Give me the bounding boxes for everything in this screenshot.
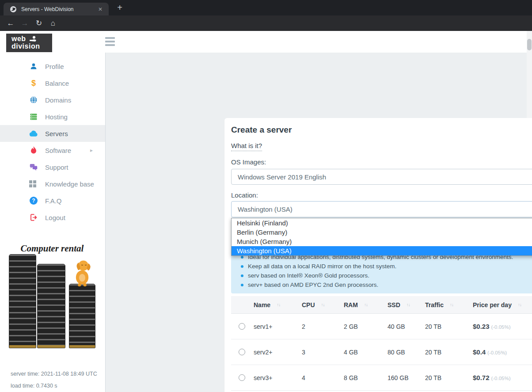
logout-icon [29,213,38,222]
cell-cpu: 4 [296,374,338,381]
location-option-berlin[interactable]: Berlin (Germany) [232,228,532,237]
sidebar-footer: server time: 2021-11-08 18:49 UTC load t… [11,368,97,392]
header-price-per-day[interactable]: Price per day↑↓ [467,301,532,308]
sidebar-item-servers[interactable]: Servers [0,125,105,142]
table-header-row: Name↑↓ CPU↑↓ RAM↑↓ SSD↑↓ Traffic↑↓ Price… [231,296,532,314]
sort-icon: ↑↓ [518,302,521,307]
location-option-washington[interactable]: Washington (USA) [232,246,532,255]
cloud-icon [29,129,38,138]
bullet-icon [241,265,243,268]
logo[interactable]: web division [6,34,52,52]
sidebar: Profile $ Balance Domains Hosting [0,53,106,392]
logo-person-icon [29,36,38,43]
create-server-card: Create a server What is it? OS Images: W… [224,118,532,392]
home-icon[interactable]: ⌂ [46,19,60,28]
cell-ssd: 40 GB [382,323,419,330]
cell-name: serv1+ [248,323,296,330]
info-bullet: Keep all data on a local RAID mirror on … [248,263,396,270]
info-bullet: serv+ based on AMD EPYC 2nd Gen processo… [248,282,378,288]
server-tower-illustration [69,284,95,348]
server-radio[interactable] [239,374,245,381]
cell-price: $0.72 (-0.05%) [467,374,532,381]
header-cpu[interactable]: CPU↑↓ [296,301,338,308]
cell-ram: 4 GB [338,349,382,356]
server-tower-illustration [9,254,36,348]
favicon-globe-icon [10,6,17,13]
hamburger-menu-icon[interactable] [105,37,115,46]
table-row: serv1+ 2 2 GB 40 GB 20 TB $0.23 (-0.05%)… [231,314,532,339]
reload-icon[interactable]: ↻ [32,19,46,28]
sidebar-item-software[interactable]: Software ▸ [0,142,105,159]
cell-ram: 2 GB [338,323,382,330]
cell-cpu: 2 [296,323,338,330]
main-content: Create a server What is it? OS Images: W… [106,53,527,392]
sort-icon: ↑↓ [407,302,410,307]
location-option-munich[interactable]: Munich (Germany) [232,237,532,246]
forward-icon[interactable]: → [18,19,32,28]
cell-cpu: 3 [296,349,338,356]
bullet-icon [241,284,243,286]
header-ssd[interactable]: SSD↑↓ [382,301,419,308]
server-radio[interactable] [239,323,245,330]
location-dropdown: Helsinki (Finland) Berlin (Germany) Muni… [231,218,532,256]
header-traffic[interactable]: Traffic↑↓ [419,301,467,308]
sort-icon: ↑↓ [450,302,453,307]
browser-tab[interactable]: Servers - WebDivision ✕ [4,3,109,15]
sidebar-item-balance[interactable]: $ Balance [0,75,105,91]
screen: Servers - WebDivision ✕ + ← → ↻ ⌂ webdiv… [0,0,532,392]
location-label: Location: [231,191,532,199]
load-time: load time: 0.7430 s [11,380,97,392]
globe-icon [29,95,38,104]
back-icon[interactable]: ← [4,19,18,28]
cell-price: $0.4 (-0.05%) [467,348,532,356]
flame-icon [29,146,38,155]
sidebar-item-logout[interactable]: Logout [0,209,105,226]
header-ram[interactable]: RAM↑↓ [338,301,382,308]
browser-tabbar: Servers - WebDivision ✕ + [0,0,532,15]
page-title: Create a server [231,125,532,135]
cell-price: $0.23 (-0.05%) [467,323,532,330]
sidebar-item-faq[interactable]: ? F.A.Q [0,192,105,209]
sidebar-item-profile[interactable]: Profile [0,58,105,75]
cell-name: serv3+ [248,374,296,381]
cell-ram: 8 GB [338,374,382,381]
location-select[interactable]: Washington (USA) [231,201,532,217]
cell-ssd: 160 GB [382,374,419,381]
person-icon [29,62,38,71]
server-tower-illustration [37,264,65,348]
tab-close-icon[interactable]: ✕ [95,5,105,13]
chat-icon [29,163,38,171]
cell-name: serv2+ [248,349,296,356]
os-images-label: OS Images: [231,158,532,166]
table-row: serv3+ 4 8 GB 160 GB 20 TB $0.72 (-0.05%… [231,365,532,391]
bullet-icon [241,274,243,277]
banner-caption: Computer rental [8,243,96,254]
question-circle-icon: ? [29,196,38,205]
tab-title: Servers - WebDivision [21,6,95,12]
server-time: server time: 2021-11-08 18:49 UTC [11,368,97,380]
sidebar-item-domains[interactable]: Domains [0,91,105,108]
sort-icon: ↑↓ [364,302,368,307]
computer-rental-banner: Computer rental [8,242,96,354]
location-option-helsinki[interactable]: Helsinki (Finland) [232,218,532,228]
server-radio[interactable] [239,349,245,355]
sort-icon: ↑↓ [321,302,325,307]
info-bullet: serv based on Intel® Xeon® Gold processo… [248,272,369,279]
cell-ssd: 80 GB [382,349,419,356]
server-stack-icon [29,112,38,121]
cell-traffic: 20 TB [419,374,467,381]
grid-icon [29,180,36,187]
server-plans-table: Name↑↓ CPU↑↓ RAM↑↓ SSD↑↓ Traffic↑↓ Price… [231,296,532,392]
sidebar-item-hosting[interactable]: Hosting [0,108,105,125]
header-name[interactable]: Name↑↓ [248,301,296,308]
sidebar-item-knowledge-base[interactable]: Knowledge base [0,175,105,192]
cell-traffic: 20 TB [419,323,467,330]
submenu-chevron-icon: ▸ [90,147,93,153]
dollar-icon: $ [29,79,38,88]
scrollbar-thumb[interactable] [527,39,532,50]
os-image-select[interactable]: Windows Server 2019 English [231,169,532,185]
sidebar-item-support[interactable]: Support [0,159,105,175]
new-tab-button[interactable]: + [114,2,125,13]
what-is-it-link[interactable]: What is it? [231,142,262,151]
bullet-icon [241,256,243,259]
